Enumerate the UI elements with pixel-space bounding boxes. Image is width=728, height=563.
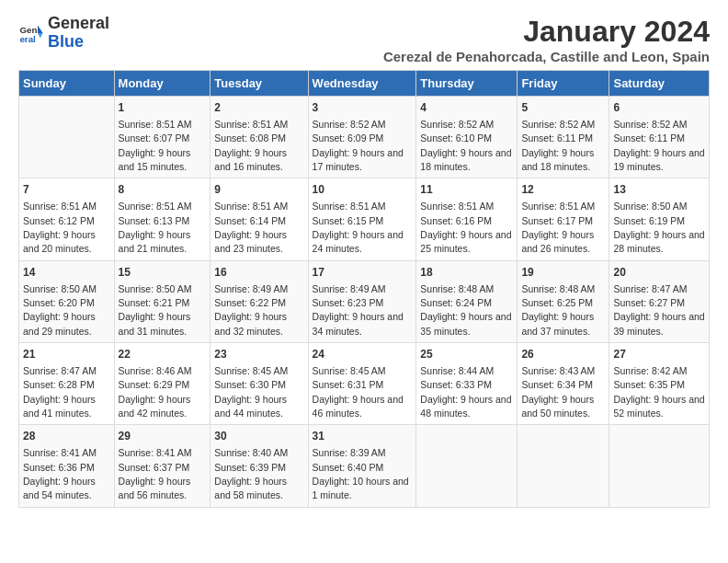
calendar-title: January 2024: [383, 15, 710, 49]
day-number: 3: [313, 100, 413, 116]
day-number: 18: [420, 265, 513, 281]
calendar-cell: 29Sunrise: 8:41 AMSunset: 6:37 PMDayligh…: [114, 425, 210, 507]
sunrise: Sunrise: 8:48 AM: [420, 283, 494, 294]
calendar-cell: 8Sunrise: 8:51 AMSunset: 6:13 PMDaylight…: [114, 178, 210, 260]
sunset: Sunset: 6:29 PM: [119, 379, 190, 390]
calendar-cell: 6Sunrise: 8:52 AMSunset: 6:11 PMDaylight…: [609, 97, 710, 178]
day-number: 10: [313, 182, 413, 198]
daylight: Daylight: 10 hours and 1 minute.: [313, 476, 409, 500]
calendar-cell: 19Sunrise: 8:48 AMSunset: 6:25 PMDayligh…: [518, 260, 609, 342]
calendar-cell: 7Sunrise: 8:51 AMSunset: 6:12 PMDaylight…: [19, 178, 115, 260]
day-number: 25: [420, 347, 513, 362]
calendar-cell: 16Sunrise: 8:49 AMSunset: 6:22 PMDayligh…: [210, 260, 308, 342]
calendar-cell: 3Sunrise: 8:52 AMSunset: 6:09 PMDaylight…: [308, 97, 416, 178]
sunset: Sunset: 6:11 PM: [613, 132, 685, 144]
sunrise: Sunrise: 8:51 AM: [521, 201, 595, 212]
daylight: Daylight: 9 hours and 26 minutes.: [521, 229, 594, 254]
daylight: Daylight: 9 hours and 15 minutes.: [119, 147, 191, 172]
daylight: Daylight: 9 hours and 44 minutes.: [214, 394, 287, 419]
daylight: Daylight: 9 hours and 23 minutes.: [214, 229, 287, 254]
sunrise: Sunrise: 8:41 AM: [119, 447, 192, 458]
day-number: 17: [313, 265, 413, 281]
daylight: Daylight: 9 hours and 17 minutes.: [313, 147, 404, 172]
day-number: 22: [119, 347, 207, 362]
day-number: 29: [119, 429, 207, 444]
week-row-3: 14Sunrise: 8:50 AMSunset: 6:20 PMDayligh…: [19, 260, 710, 342]
daylight: Daylight: 9 hours and 52 minutes.: [613, 394, 704, 419]
sunset: Sunset: 6:24 PM: [420, 297, 492, 308]
day-number: 11: [420, 182, 513, 198]
sunrise: Sunrise: 8:51 AM: [313, 201, 386, 212]
sunset: Sunset: 6:17 PM: [521, 215, 593, 226]
sunset: Sunset: 6:14 PM: [214, 215, 286, 226]
sunrise: Sunrise: 8:51 AM: [214, 119, 288, 130]
day-number: 24: [313, 347, 413, 362]
day-number: 12: [521, 182, 605, 198]
calendar-cell: 17Sunrise: 8:49 AMSunset: 6:23 PMDayligh…: [308, 260, 416, 342]
calendar-cell: 5Sunrise: 8:52 AMSunset: 6:11 PMDaylight…: [518, 97, 609, 178]
daylight: Daylight: 9 hours and 41 minutes.: [23, 394, 96, 419]
daylight: Daylight: 9 hours and 56 minutes.: [119, 476, 191, 500]
svg-text:eral: eral: [19, 34, 36, 44]
calendar-cell: 27Sunrise: 8:42 AMSunset: 6:35 PMDayligh…: [609, 343, 710, 425]
header-wednesday: Wednesday: [308, 71, 416, 97]
header-saturday: Saturday: [609, 71, 710, 97]
sunrise: Sunrise: 8:52 AM: [420, 119, 494, 130]
day-number: 31: [313, 429, 413, 444]
day-number: 5: [521, 100, 605, 116]
sunset: Sunset: 6:27 PM: [613, 297, 685, 308]
daylight: Daylight: 9 hours and 31 minutes.: [119, 311, 191, 336]
week-row-5: 28Sunrise: 8:41 AMSunset: 6:36 PMDayligh…: [19, 425, 710, 507]
sunset: Sunset: 6:16 PM: [420, 215, 492, 226]
sunset: Sunset: 6:25 PM: [521, 297, 593, 308]
calendar-header-row: SundayMondayTuesdayWednesdayThursdayFrid…: [19, 71, 710, 97]
sunrise: Sunrise: 8:52 AM: [313, 119, 386, 130]
sunset: Sunset: 6:40 PM: [313, 462, 384, 473]
sunrise: Sunrise: 8:47 AM: [23, 365, 97, 376]
day-number: 15: [119, 265, 207, 281]
calendar-cell: 25Sunrise: 8:44 AMSunset: 6:33 PMDayligh…: [416, 343, 518, 425]
title-block: January 2024 Cerezal de Penahorcada, Cas…: [383, 15, 710, 64]
header-tuesday: Tuesday: [210, 71, 308, 97]
day-number: 30: [214, 429, 303, 444]
daylight: Daylight: 9 hours and 28 minutes.: [613, 229, 704, 254]
sunrise: Sunrise: 8:50 AM: [119, 283, 192, 294]
daylight: Daylight: 9 hours and 54 minutes.: [23, 476, 96, 500]
sunset: Sunset: 6:28 PM: [23, 379, 95, 390]
daylight: Daylight: 9 hours and 35 minutes.: [420, 311, 511, 336]
sunrise: Sunrise: 8:51 AM: [420, 201, 494, 212]
calendar-cell: 26Sunrise: 8:43 AMSunset: 6:34 PMDayligh…: [518, 343, 609, 425]
header-sunday: Sunday: [19, 71, 115, 97]
sunrise: Sunrise: 8:52 AM: [521, 119, 595, 130]
sunset: Sunset: 6:23 PM: [313, 297, 384, 308]
sunset: Sunset: 6:11 PM: [521, 132, 593, 144]
calendar-cell: 31Sunrise: 8:39 AMSunset: 6:40 PMDayligh…: [308, 425, 416, 507]
daylight: Daylight: 9 hours and 34 minutes.: [313, 311, 404, 336]
sunrise: Sunrise: 8:51 AM: [214, 201, 288, 212]
day-number: 13: [613, 182, 705, 198]
daylight: Daylight: 9 hours and 25 minutes.: [420, 229, 511, 254]
day-number: 28: [23, 429, 110, 444]
sunset: Sunset: 6:39 PM: [214, 462, 286, 473]
sunrise: Sunrise: 8:51 AM: [23, 201, 97, 212]
calendar-cell: 14Sunrise: 8:50 AMSunset: 6:20 PMDayligh…: [19, 260, 115, 342]
sunrise: Sunrise: 8:39 AM: [313, 447, 386, 458]
sunrise: Sunrise: 8:42 AM: [613, 365, 687, 376]
calendar-cell: 10Sunrise: 8:51 AMSunset: 6:15 PMDayligh…: [308, 178, 416, 260]
calendar-cell: 21Sunrise: 8:47 AMSunset: 6:28 PMDayligh…: [19, 343, 115, 425]
sunset: Sunset: 6:33 PM: [420, 379, 492, 390]
sunset: Sunset: 6:09 PM: [313, 132, 384, 144]
daylight: Daylight: 9 hours and 18 minutes.: [420, 147, 511, 172]
daylight: Daylight: 9 hours and 21 minutes.: [119, 229, 191, 254]
calendar-cell: 30Sunrise: 8:40 AMSunset: 6:39 PMDayligh…: [210, 425, 308, 507]
calendar-cell: 18Sunrise: 8:48 AMSunset: 6:24 PMDayligh…: [416, 260, 518, 342]
day-number: 20: [613, 265, 705, 281]
calendar-cell: 2Sunrise: 8:51 AMSunset: 6:08 PMDaylight…: [210, 97, 308, 178]
daylight: Daylight: 9 hours and 18 minutes.: [521, 147, 594, 172]
daylight: Daylight: 9 hours and 37 minutes.: [521, 311, 594, 336]
calendar-cell: [609, 425, 710, 507]
svg-marker-3: [38, 33, 43, 39]
page-header: Gen eral General Blue January 2024 Cerez…: [18, 15, 710, 64]
calendar-cell: 20Sunrise: 8:47 AMSunset: 6:27 PMDayligh…: [609, 260, 710, 342]
sunrise: Sunrise: 8:51 AM: [119, 119, 192, 130]
